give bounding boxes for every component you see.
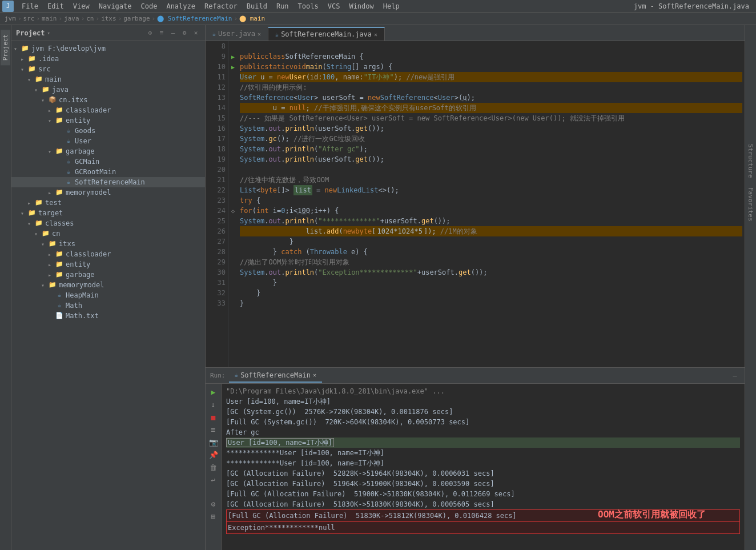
tree-item-entity[interactable]: ▾ 📁 entity: [11, 115, 205, 126]
menu-analyze[interactable]: Analyze: [162, 1, 200, 11]
run-tab-close[interactable]: ✕: [313, 372, 316, 378]
tree-arrow-target[interactable]: ▾: [21, 210, 27, 216]
code-content[interactable]: public class SoftReferenceMain { public …: [238, 41, 745, 367]
tree-arrow-idea[interactable]: ▸: [21, 56, 27, 62]
breadcrumb-item-class[interactable]: ⬤ SoftReferenceMain: [157, 15, 232, 22]
tree-item-cn-target[interactable]: ▾ 📁 cn: [11, 228, 205, 239]
tree-item-gcmain[interactable]: ☕ GCMain: [11, 156, 205, 167]
vtab-structure[interactable]: Structure: [746, 139, 755, 183]
menu-tools[interactable]: Tools: [293, 1, 323, 11]
menu-run[interactable]: Run: [272, 1, 293, 11]
run-list-icon[interactable]: ≡: [208, 424, 219, 435]
tree-item-user[interactable]: ☕ User: [11, 136, 205, 146]
breadcrumb-item-garbage[interactable]: garbage: [123, 15, 150, 22]
tree-arrow-main[interactable]: ▾: [27, 77, 34, 83]
tree-item-goods[interactable]: ☕ Goods: [11, 126, 205, 136]
softreferencemain-tab-close[interactable]: ✕: [374, 31, 377, 38]
breadcrumb-item-cn[interactable]: cn: [86, 15, 94, 22]
breadcrumb-item-method[interactable]: ⬤ main: [239, 15, 265, 22]
tab-softreferencemain-java[interactable]: ☕ SoftReferenceMain.java ✕: [268, 27, 385, 41]
tree-item-src[interactable]: ▾ 📁 src: [11, 64, 205, 74]
breadcrumb-item-itxs[interactable]: itxs: [101, 15, 116, 22]
menu-help[interactable]: Help: [379, 1, 404, 11]
breadcrumb-item-java[interactable]: java: [64, 15, 79, 22]
gutter-9[interactable]: ▶: [228, 51, 238, 62]
tree-item-itxs-target[interactable]: ▾ 📁 itxs: [11, 239, 205, 249]
tree-item-math[interactable]: ☕ Math: [11, 300, 205, 311]
run-layout-icon[interactable]: ⊞: [208, 511, 219, 522]
breadcrumb-item-jvm[interactable]: jvm: [5, 15, 16, 22]
tree-arrow-cn-itxs[interactable]: ▾: [41, 97, 48, 103]
tree-arrow-test[interactable]: ▸: [27, 200, 34, 206]
run-pin-icon[interactable]: 📌: [208, 449, 219, 460]
menu-edit[interactable]: Edit: [43, 1, 69, 11]
tree-arrow-classloader-target[interactable]: ▸: [48, 251, 55, 258]
menu-window[interactable]: Window: [344, 1, 378, 11]
tab-user-java[interactable]: ☕ User.java ✕: [206, 27, 268, 41]
tree-arrow-classloader[interactable]: ▸: [48, 107, 55, 114]
console-output[interactable]: "D:\Program Files\Java\jdk1.8.0_281\bin\…: [222, 384, 745, 550]
tree-item-garbage-target[interactable]: ▸ 📁 garbage: [11, 270, 205, 280]
vtab-favorites[interactable]: Favorites: [746, 183, 755, 226]
locate-icon[interactable]: ⊙: [146, 29, 155, 38]
tree-item-jvm[interactable]: ▾ 📁 jvm F:\develop\jvm: [11, 43, 205, 54]
tree-item-target[interactable]: ▾ 📁 target: [11, 208, 205, 218]
tree-item-classes[interactable]: ▾ 📁 classes: [11, 218, 205, 228]
run-camera-icon[interactable]: 📷: [208, 436, 219, 448]
tree-item-main[interactable]: ▾ 📁 main: [11, 74, 205, 85]
project-dropdown-icon[interactable]: ▾: [47, 30, 50, 36]
menu-refactor[interactable]: Refactor: [200, 1, 242, 11]
tree-item-memorymodel-target[interactable]: ▾ 📁 memorymodel: [11, 280, 205, 290]
tree-arrow-memorymodel-target[interactable]: ▾: [41, 282, 48, 288]
user-java-tab-close[interactable]: ✕: [258, 31, 261, 37]
menu-view[interactable]: View: [69, 1, 94, 11]
settings-icon[interactable]: ⚙: [180, 29, 189, 38]
tree-arrow-java[interactable]: ▾: [34, 87, 41, 93]
run-down-icon[interactable]: ↓: [208, 399, 219, 410]
tree-item-idea[interactable]: ▸ 📁 .idea: [11, 54, 205, 64]
vtab-project[interactable]: Project: [1, 30, 10, 65]
tree-item-classloader-target[interactable]: ▸ 📁 classloader: [11, 249, 205, 259]
tree-arrow-entity-target[interactable]: ▸: [48, 262, 55, 268]
tree-item-mathtxt[interactable]: 📄 Math.txt: [11, 311, 205, 321]
tree-item-heapmain[interactable]: ☕ HeapMain: [11, 290, 205, 300]
tree-label-memorymodel: memorymodel: [66, 188, 111, 196]
run-nav-icon[interactable]: ↩: [208, 474, 219, 485]
tree-item-java[interactable]: ▾ 📁 java: [11, 85, 205, 95]
tree-item-test[interactable]: ▸ 📁 test: [11, 198, 205, 208]
hide-icon[interactable]: ✕: [191, 29, 200, 38]
menu-file[interactable]: File: [17, 1, 43, 11]
menu-vcs[interactable]: VCS: [323, 1, 345, 11]
collapse-icon[interactable]: —: [168, 29, 178, 38]
tree-item-classloader[interactable]: ▸ 📁 classloader: [11, 105, 205, 115]
tree-arrow-memorymodel[interactable]: ▸: [48, 190, 55, 196]
tree-item-cn-itxs[interactable]: ▾ 📦 cn.itxs: [11, 95, 205, 105]
run-settings-icon[interactable]: ⚙: [208, 498, 219, 509]
tree-arrow-src[interactable]: ▾: [21, 66, 27, 73]
menu-navigate[interactable]: Navigate: [94, 1, 136, 11]
tree-item-entity-target[interactable]: ▸ 📁 entity: [11, 259, 205, 270]
tree-arrow-garbage[interactable]: ▾: [48, 148, 55, 155]
menu-build[interactable]: Build: [242, 1, 272, 11]
tree-arrow-itxs-target[interactable]: ▾: [41, 241, 48, 247]
run-trash-icon[interactable]: 🗑: [208, 461, 219, 473]
menu-code[interactable]: Code: [136, 1, 162, 11]
tree-item-garbage[interactable]: ▾ 📁 garbage: [11, 146, 205, 156]
gutter-10[interactable]: ▶: [228, 62, 238, 72]
tree-item-gcrootmain[interactable]: ☕ GCRootMain: [11, 167, 205, 177]
tree-arrow-jvm[interactable]: ▾: [14, 46, 21, 52]
run-stop-icon[interactable]: ■: [208, 411, 219, 423]
tree-item-softreferencemain[interactable]: ☕ SoftReferenceMain: [11, 177, 205, 187]
tree-arrow-garbage-target[interactable]: ▸: [48, 272, 55, 278]
bottom-tab-softreferencemain[interactable]: ☕ SoftReferenceMain ✕: [229, 369, 322, 383]
tree-arrow-classes[interactable]: ▾: [27, 220, 34, 227]
tree-arrow-entity[interactable]: ▾: [48, 118, 55, 124]
breadcrumb-item-src[interactable]: src: [23, 15, 35, 22]
breadcrumb-item-main[interactable]: main: [42, 15, 57, 22]
tree-item-memorymodel[interactable]: ▸ 📁 memorymodel: [11, 187, 205, 198]
run-play-icon[interactable]: ▶: [208, 386, 219, 398]
gutter-24[interactable]: ◇: [228, 206, 238, 216]
expand-icon[interactable]: ≡: [157, 29, 166, 38]
minimize-icon[interactable]: —: [730, 371, 740, 381]
tree-arrow-cn-target[interactable]: ▾: [34, 231, 41, 237]
